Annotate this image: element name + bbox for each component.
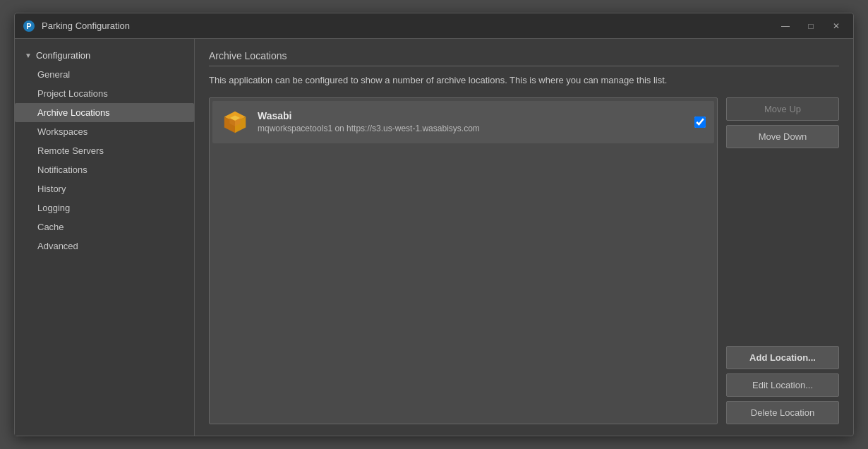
bottom-action-buttons: Add Location... Edit Location... Delete …	[726, 346, 839, 424]
sidebar-item-cache[interactable]: Cache	[15, 217, 194, 237]
sidebar-item-logging[interactable]: Logging	[15, 198, 194, 217]
location-name: Wasabi	[258, 110, 686, 121]
sidebar-item-remote-servers[interactable]: Remote Servers	[15, 141, 194, 160]
sidebar-item-project-locations[interactable]: Project Locations	[15, 84, 194, 103]
location-item-wasabi[interactable]: Wasabi mqworkspacetools1 on https://s3.u…	[212, 101, 714, 143]
maximize-button[interactable]: □	[801, 19, 821, 33]
title-bar: P Parking Configuration — □ ✕	[15, 13, 853, 39]
main-content-area: Archive Locations This application can b…	[195, 39, 853, 436]
sidebar: ▼ Configuration General Project Location…	[15, 39, 195, 436]
location-info: Wasabi mqworkspacetools1 on https://s3.u…	[258, 110, 686, 133]
sidebar-item-advanced[interactable]: Advanced	[15, 237, 194, 256]
content-area: ▼ Configuration General Project Location…	[15, 39, 853, 436]
section-title: Archive Locations	[209, 50, 839, 66]
location-checkbox[interactable]	[694, 116, 706, 128]
window-controls: — □ ✕	[776, 19, 846, 33]
move-up-button[interactable]: Move Up	[726, 97, 839, 121]
sidebar-item-workspaces[interactable]: Workspaces	[15, 122, 194, 141]
main-window: P Parking Configuration — □ ✕ ▼ Configur…	[14, 13, 854, 436]
edit-location-button[interactable]: Edit Location...	[726, 373, 839, 397]
locations-list[interactable]: Wasabi mqworkspacetools1 on https://s3.u…	[209, 97, 718, 425]
delete-location-button[interactable]: Delete Location	[726, 401, 839, 424]
sidebar-section-label: Configuration	[36, 50, 90, 61]
sidebar-item-history[interactable]: History	[15, 179, 194, 198]
sidebar-section-header: ▼ Configuration	[15, 46, 194, 65]
section-description: This application can be configured to sh…	[209, 73, 839, 88]
minimize-button[interactable]: —	[776, 19, 795, 33]
close-button[interactable]: ✕	[826, 19, 846, 33]
move-down-button[interactable]: Move Down	[726, 125, 839, 148]
location-url: mqworkspacetools1 on https://s3.us-west-…	[258, 124, 686, 133]
button-spacer	[726, 152, 839, 342]
sidebar-item-notifications[interactable]: Notifications	[15, 160, 194, 179]
action-buttons: Move Up Move Down Add Location... Edit L…	[726, 97, 839, 425]
window-title: Parking Configuration	[42, 20, 776, 31]
sidebar-item-general[interactable]: General	[15, 65, 194, 84]
content-row: Wasabi mqworkspacetools1 on https://s3.u…	[209, 97, 839, 425]
app-icon: P	[22, 19, 36, 33]
wasabi-icon	[221, 108, 249, 136]
sidebar-item-archive-locations[interactable]: Archive Locations	[15, 103, 194, 122]
expand-arrow-icon: ▼	[25, 52, 32, 59]
svg-text:P: P	[26, 22, 31, 30]
add-location-button[interactable]: Add Location...	[726, 346, 839, 369]
